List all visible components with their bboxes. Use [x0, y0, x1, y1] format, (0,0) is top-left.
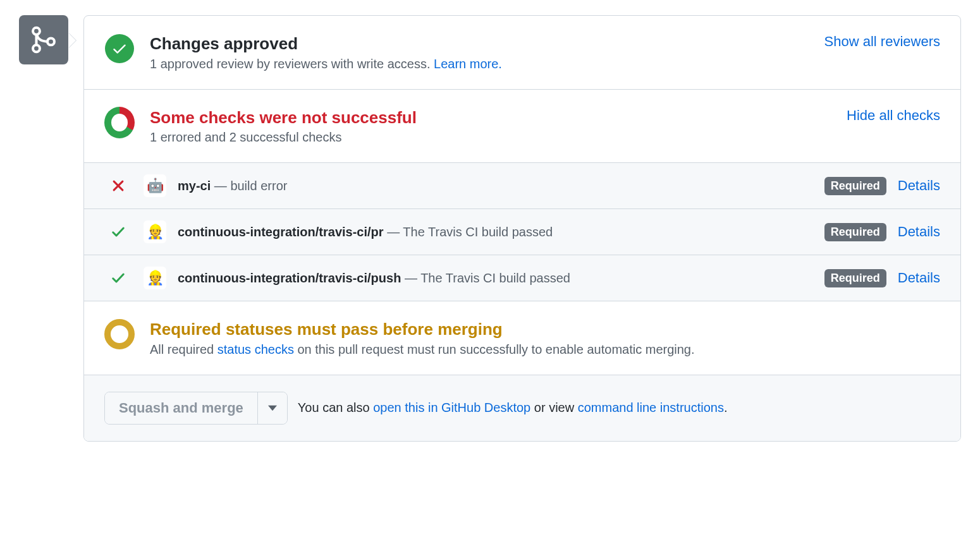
check-text: continuous-integration/travis-ci/push — … [178, 271, 813, 286]
merge-status-panel: Changes approved 1 approved review by re… [19, 15, 961, 442]
required-sub-suffix: on this pull request must run successful… [294, 342, 695, 356]
footer-text-prefix: You can also [298, 401, 373, 414]
check-icon [104, 224, 132, 239]
check-name: continuous-integration/travis-ci/pr [178, 225, 384, 239]
required-badge: Required [824, 269, 886, 287]
approval-section: Changes approved 1 approved review by re… [84, 16, 960, 90]
check-msg: The Travis CI build passed [403, 225, 553, 239]
check-avatar-travis: 👷 [144, 267, 166, 289]
status-checks-link[interactable]: status checks [217, 342, 294, 356]
required-statuses-section: Required statuses must pass before mergi… [84, 301, 960, 375]
footer-text-end: . [724, 401, 728, 414]
svg-point-1 [33, 45, 40, 52]
svg-point-2 [47, 38, 54, 45]
check-name: continuous-integration/travis-ci/push [178, 271, 401, 285]
svg-point-0 [33, 28, 40, 35]
x-icon [104, 179, 132, 193]
approval-title: Changes approved [150, 33, 809, 54]
status-pending-icon [104, 319, 135, 349]
merge-footer: Squash and merge You can also open this … [84, 375, 960, 441]
footer-text: You can also open this in GitHub Desktop… [298, 401, 728, 415]
required-badge: Required [824, 177, 886, 195]
check-row: 👷 continuous-integration/travis-ci/push … [84, 255, 960, 301]
required-sub-prefix: All required [150, 342, 217, 356]
merge-button-group: Squash and merge [104, 392, 288, 425]
caret-down-icon [268, 404, 277, 413]
check-text: my-ci — build error [178, 179, 813, 193]
open-desktop-link[interactable]: open this in GitHub Desktop [373, 401, 530, 414]
check-icon [104, 270, 132, 286]
check-avatar-travis: 👷 [144, 220, 166, 243]
check-sep: — [401, 271, 420, 285]
checks-summary-title: Some checks were not successful [150, 107, 831, 128]
check-sep: — [384, 225, 403, 239]
git-merge-icon [19, 15, 68, 64]
check-msg: The Travis CI build passed [420, 271, 570, 285]
hide-all-checks-link[interactable]: Hide all checks [847, 107, 940, 124]
check-details-link[interactable]: Details [898, 178, 940, 194]
check-details-link[interactable]: Details [898, 270, 940, 286]
status-donut-icon [104, 107, 135, 138]
check-details-link[interactable]: Details [898, 224, 940, 240]
checks-summary-body: Some checks were not successful 1 errore… [150, 107, 831, 145]
cli-instructions-link[interactable]: command line instructions [578, 401, 724, 414]
required-badge: Required [824, 223, 886, 241]
learn-more-link[interactable]: Learn more. [434, 57, 502, 71]
checks-summary-subtitle: 1 errored and 2 successful checks [150, 130, 831, 145]
check-sep: — [211, 179, 230, 193]
approval-subtitle-text: 1 approved review by reviewers with writ… [150, 57, 434, 71]
check-row: 👷 continuous-integration/travis-ci/pr — … [84, 209, 960, 255]
status-approved-icon [104, 33, 135, 64]
checks-summary-section: Some checks were not successful 1 errore… [84, 90, 960, 164]
panel: Changes approved 1 approved review by re… [83, 15, 961, 442]
required-subtitle: All required status checks on this pull … [150, 342, 940, 357]
squash-merge-button[interactable]: Squash and merge [105, 392, 257, 424]
required-title: Required statuses must pass before mergi… [150, 319, 940, 340]
merge-dropdown-button[interactable] [257, 392, 287, 424]
check-name: my-ci [178, 179, 211, 193]
show-all-reviewers-link[interactable]: Show all reviewers [824, 33, 940, 50]
footer-text-mid: or view [530, 401, 577, 414]
approval-body: Changes approved 1 approved review by re… [150, 33, 809, 71]
check-text: continuous-integration/travis-ci/pr — Th… [178, 225, 813, 239]
approval-subtitle: 1 approved review by reviewers with writ… [150, 57, 809, 71]
required-body: Required statuses must pass before mergi… [150, 319, 940, 357]
check-msg: build error [230, 179, 287, 193]
check-avatar-robot: 🤖 [144, 174, 166, 197]
check-row: 🤖 my-ci — build error Required Details [84, 163, 960, 209]
